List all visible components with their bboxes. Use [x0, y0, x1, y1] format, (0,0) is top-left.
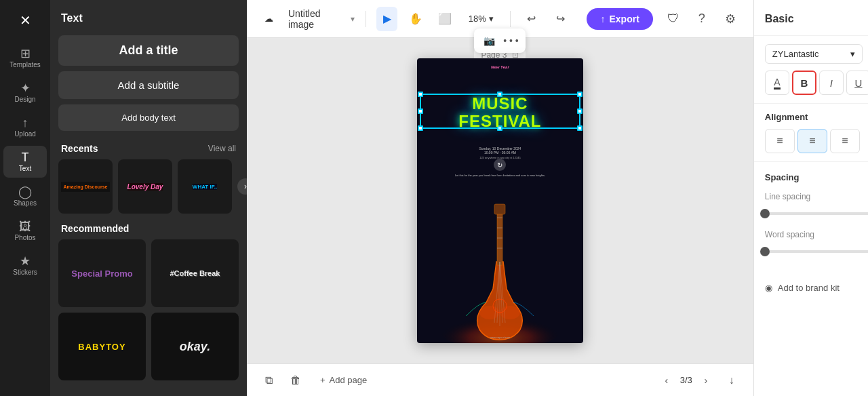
- left-panel: Text Add a title Add a subtitle Add body…: [50, 0, 247, 396]
- recents-section-header: Recents View all: [50, 134, 247, 159]
- rec-special-label: Special Promo: [71, 269, 132, 279]
- add-title-button[interactable]: Add a title: [58, 35, 239, 66]
- line-spacing-slider-row: 0: [765, 205, 868, 222]
- font-name-select[interactable]: ZYLantastic ▾: [765, 44, 863, 64]
- spacing-title: Spacing: [765, 172, 800, 182]
- rec-babytoy-label: BABYTOY: [78, 342, 125, 352]
- view-all-link[interactable]: View all: [208, 144, 236, 153]
- word-spacing-track[interactable]: [765, 250, 868, 253]
- font-color-button[interactable]: A: [765, 71, 789, 95]
- panel-title: Basic: [765, 13, 794, 25]
- sidebar-item-shapes[interactable]: ◯ Shapes: [3, 180, 47, 212]
- canvas-more-button[interactable]: • • •: [501, 31, 520, 50]
- rec-special-promo[interactable]: Special Promo: [58, 239, 146, 307]
- line-spacing-track[interactable]: [765, 212, 868, 215]
- divider-1: [366, 11, 366, 27]
- hand-icon: ✋: [409, 12, 422, 25]
- bold-button[interactable]: B: [792, 71, 816, 95]
- underline-button[interactable]: U: [846, 71, 868, 95]
- doc-title: Untitled image: [288, 8, 340, 30]
- select-icon: ▶: [383, 12, 391, 25]
- menu-icon[interactable]: ✕: [20, 5, 31, 39]
- italic-button[interactable]: I: [819, 71, 844, 95]
- font-color-icon: A: [774, 77, 780, 90]
- brand-kit-button[interactable]: ◉ Add to brand kit: [754, 276, 868, 300]
- sidebar-item-shapes-label: Shapes: [14, 199, 37, 207]
- rec-coffee-break[interactable]: #Coffee Break: [151, 239, 239, 307]
- duplicate-button[interactable]: ⧉: [258, 370, 279, 391]
- word-spacing-row: Word spacing 0: [765, 230, 868, 260]
- canvas-container: 📷 • • • New Year: [417, 58, 583, 343]
- line-spacing-thumb[interactable]: [760, 209, 770, 218]
- delete-button[interactable]: 🗑: [285, 370, 307, 391]
- sidebar-item-text[interactable]: T Text: [3, 146, 47, 178]
- sidebar: ✕ ⊞ Templates ✦ Design ↑ Upload T Text ◯…: [0, 0, 50, 396]
- sidebar-item-photos-label: Photos: [14, 234, 35, 241]
- recents-next-button[interactable]: ›: [237, 178, 247, 195]
- zoom-chevron-icon: ▾: [489, 14, 494, 24]
- add-page-button[interactable]: + Add page: [312, 371, 375, 389]
- page-prev-button[interactable]: ‹: [657, 371, 676, 390]
- align-right-button[interactable]: ≡: [830, 129, 860, 153]
- sidebar-item-upload[interactable]: ↑ Upload: [3, 111, 47, 143]
- panel-header: Basic ✕: [754, 0, 868, 36]
- guitar-container: [417, 194, 583, 343]
- zoom-control[interactable]: 18% ▾: [463, 11, 499, 26]
- canvas-camera-button[interactable]: 📷: [479, 31, 498, 50]
- svg-point-14: [500, 306, 520, 319]
- recent-whatif-text: WHAT IF..: [193, 184, 217, 190]
- canvas-more-icon: • • •: [503, 35, 518, 46]
- frame-icon: ⬜: [438, 12, 452, 25]
- shield-icon: 🛡: [667, 12, 679, 26]
- shield-button[interactable]: 🛡: [661, 7, 686, 31]
- right-panel: Basic ✕ ZYLantastic ▾ 36.09 ▾ A B I: [753, 0, 868, 396]
- export-label: Export: [609, 14, 639, 24]
- align-left-button[interactable]: ≡: [765, 129, 795, 153]
- brand-kit-icon: ◉: [765, 283, 772, 293]
- canvas-description: Let this be the year you break free from…: [424, 174, 576, 178]
- align-center-button[interactable]: ≡: [797, 129, 827, 153]
- divider-2: [510, 11, 511, 27]
- canvas-camera-icon: 📷: [484, 35, 495, 46]
- sidebar-item-photos[interactable]: 🖼 Photos: [3, 215, 47, 247]
- delete-icon: 🗑: [290, 374, 301, 387]
- underline-icon: U: [854, 77, 862, 89]
- main-area: ☁ Untitled image ▾ ▶ ✋ ⬜ 18% ▾ ↩ ↪ ↑ Exp…: [247, 0, 753, 396]
- add-subtitle-button[interactable]: Add a subtitle: [58, 71, 239, 99]
- select-tool-button[interactable]: ▶: [376, 7, 397, 31]
- sidebar-item-stickers[interactable]: ★ Stickers: [3, 250, 47, 281]
- rec-babytoy[interactable]: BABYTOY: [58, 313, 146, 380]
- recent-amazing[interactable]: Amazing Discourse: [58, 159, 113, 214]
- recent-amazing-text: Amazing Discourse: [61, 182, 111, 192]
- font-section: ZYLantastic ▾ 36.09 ▾ A B I U Aa: [754, 36, 868, 104]
- redo-button[interactable]: ↪: [550, 7, 570, 31]
- word-spacing-thumb[interactable]: [760, 247, 770, 256]
- hand-tool-button[interactable]: ✋: [406, 7, 426, 31]
- recent-lovely[interactable]: Lovely Day: [118, 159, 172, 214]
- recent-whatif[interactable]: WHAT IF..: [178, 159, 232, 214]
- refresh-icon[interactable]: ↻: [494, 159, 506, 171]
- line-spacing-label: Line spacing: [765, 192, 868, 201]
- rec-okay[interactable]: okay.: [151, 313, 239, 380]
- sidebar-item-templates-label: Templates: [9, 61, 41, 68]
- export-button[interactable]: ↑ Export: [587, 8, 652, 30]
- add-body-button[interactable]: Add body text: [58, 104, 239, 131]
- frame-tool-button[interactable]: ⬜: [434, 7, 454, 31]
- word-spacing-label: Word spacing: [765, 230, 868, 239]
- recents-title: Recents: [61, 143, 98, 154]
- bold-icon: B: [800, 77, 808, 89]
- cloud-save-button[interactable]: ☁: [258, 9, 280, 28]
- undo-button[interactable]: ↩: [521, 7, 542, 31]
- help-button[interactable]: ?: [690, 7, 714, 31]
- sidebar-item-templates[interactable]: ⊞ Templates: [3, 42, 47, 74]
- shapes-icon: ◯: [18, 186, 32, 198]
- sidebar-item-design[interactable]: ✦ Design: [3, 77, 47, 108]
- doc-title-chevron[interactable]: ▾: [351, 14, 355, 24]
- download-button[interactable]: ↓: [721, 370, 743, 391]
- font-name-label: ZYLantastic: [772, 49, 819, 59]
- settings-button[interactable]: ⚙: [718, 7, 743, 31]
- page-next-button[interactable]: ›: [696, 371, 715, 390]
- recents-row: Amazing Discourse Lovely Day WHAT IF.. ›: [50, 159, 247, 214]
- align-center-icon: ≡: [809, 135, 815, 147]
- top-bar-right: 🛡 ? ⚙: [661, 7, 743, 31]
